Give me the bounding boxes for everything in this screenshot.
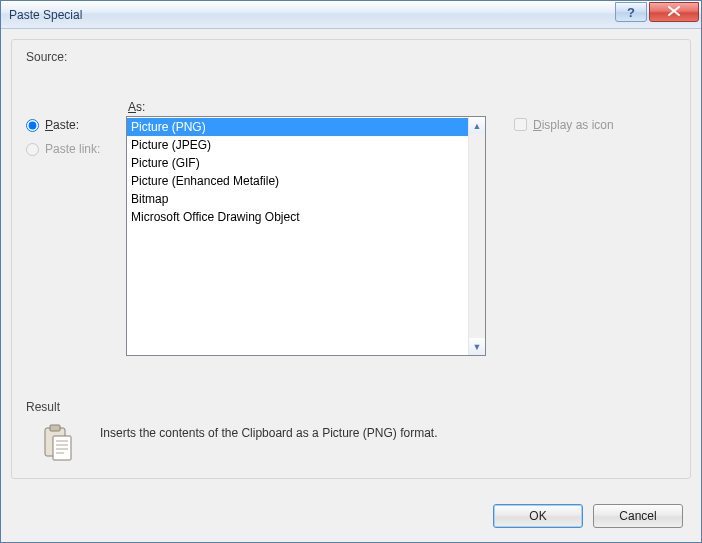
help-button[interactable]: ?	[615, 2, 647, 22]
result-text: Inserts the contents of the Clipboard as…	[100, 424, 437, 440]
list-item[interactable]: Picture (Enhanced Metafile)	[127, 172, 468, 190]
scroll-up-button[interactable]: ▲	[469, 117, 485, 134]
display-as-icon-label: Display as icon	[533, 118, 614, 132]
cancel-button[interactable]: Cancel	[593, 504, 683, 528]
list-item[interactable]: Picture (PNG)	[127, 118, 468, 136]
clipboard-icon	[42, 424, 74, 465]
help-icon: ?	[627, 5, 635, 20]
paste-link-radio	[26, 143, 39, 156]
paste-mode-radios: Paste: Paste link:	[26, 100, 126, 380]
format-listbox[interactable]: Picture (PNG)Picture (JPEG)Picture (GIF)…	[126, 116, 486, 356]
result-label: Result	[26, 400, 676, 414]
window-title: Paste Special	[9, 8, 82, 22]
svg-rect-1	[50, 425, 60, 431]
titlebar[interactable]: Paste Special ?	[1, 1, 701, 29]
list-item[interactable]: Bitmap	[127, 190, 468, 208]
close-icon	[667, 5, 681, 19]
as-label: As:	[126, 100, 486, 114]
close-button[interactable]	[649, 2, 699, 22]
list-item[interactable]: Picture (GIF)	[127, 154, 468, 172]
listbox-scrollbar[interactable]: ▲ ▼	[468, 117, 485, 355]
chevron-down-icon: ▼	[473, 342, 482, 352]
svg-rect-2	[53, 436, 71, 460]
main-group: Source: Paste: Paste link: As: Pictur	[11, 39, 691, 479]
paste-special-dialog: Paste Special ? Source: Paste:	[0, 0, 702, 543]
paste-link-radio-label: Paste link:	[45, 142, 100, 156]
scroll-down-button[interactable]: ▼	[469, 338, 485, 355]
display-as-icon-checkbox	[514, 118, 527, 131]
dialog-body: Source: Paste: Paste link: As: Pictur	[1, 29, 701, 542]
list-item[interactable]: Microsoft Office Drawing Object	[127, 208, 468, 226]
ok-button[interactable]: OK	[493, 504, 583, 528]
source-label: Source:	[26, 50, 676, 64]
paste-radio[interactable]	[26, 119, 39, 132]
chevron-up-icon: ▲	[473, 121, 482, 131]
list-item[interactable]: Picture (JPEG)	[127, 136, 468, 154]
paste-radio-label: Paste:	[45, 118, 79, 132]
